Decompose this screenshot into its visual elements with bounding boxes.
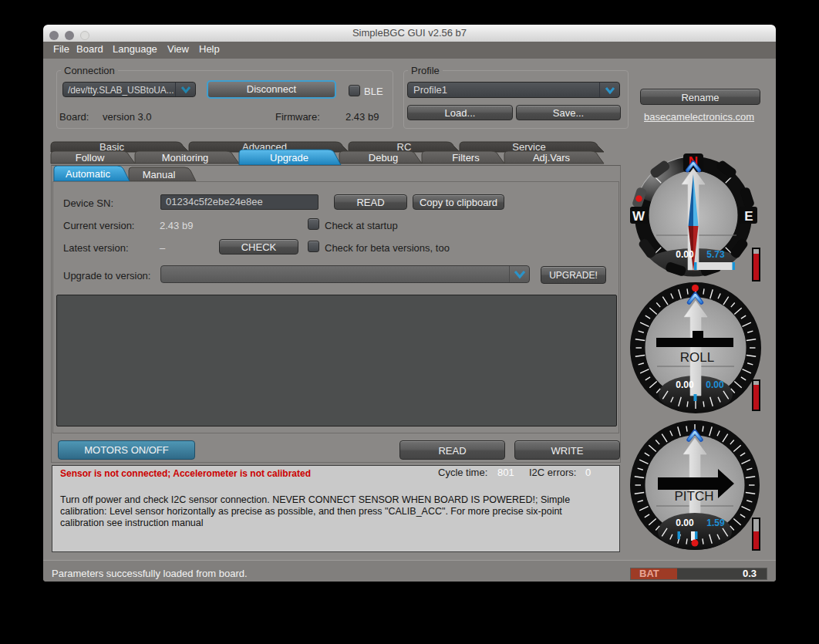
svg-text:Debug: Debug: [369, 152, 398, 164]
svg-text:0.00: 0.00: [676, 249, 694, 260]
svg-text:Manual: Manual: [143, 169, 176, 180]
svg-text:0.00: 0.00: [706, 379, 724, 390]
svg-text:Adj.Vars: Adj.Vars: [533, 152, 571, 164]
svg-text:0.00: 0.00: [676, 518, 694, 528]
svg-text:W: W: [632, 209, 645, 224]
svg-text:ROLL: ROLL: [680, 350, 714, 365]
svg-text:PITCH: PITCH: [675, 489, 714, 504]
svg-text:Filters: Filters: [452, 152, 480, 164]
svg-text:Monitoring: Monitoring: [162, 152, 209, 164]
svg-text:1.59: 1.59: [706, 518, 725, 528]
svg-text:Follow: Follow: [76, 152, 105, 164]
svg-text:E: E: [744, 209, 753, 224]
svg-text:Upgrade: Upgrade: [270, 152, 308, 164]
svg-text:Automatic: Automatic: [66, 168, 110, 180]
svg-text:5.73: 5.73: [706, 249, 725, 260]
svg-text:0.00: 0.00: [676, 379, 694, 390]
